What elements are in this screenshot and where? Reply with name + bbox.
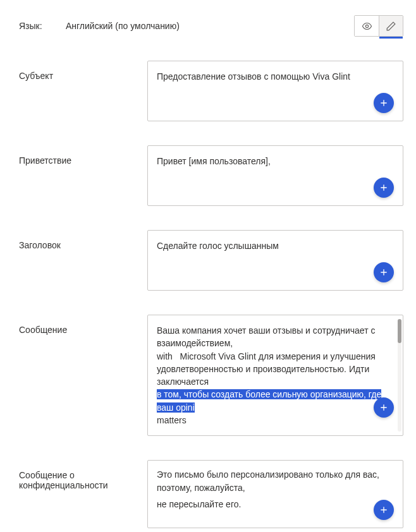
privacy-add-button[interactable] xyxy=(374,500,394,520)
scrollbar-thumb[interactable] xyxy=(398,319,401,343)
greeting-input[interactable]: Привет [имя пользователя], xyxy=(147,145,403,206)
message-label: Сообщение xyxy=(19,315,147,335)
greeting-text: Привет [имя пользователя], xyxy=(157,156,271,166)
language-value[interactable]: Английский (по умолчанию) xyxy=(66,21,180,31)
subject-input[interactable]: Предоставление отзывов с помощью Viva Gl… xyxy=(147,61,403,121)
headline-label: Заголовок xyxy=(19,230,147,250)
message-text: Ваша компания хочет ваши отзывы и сотруд… xyxy=(157,324,391,426)
headline-text: Сделайте голос услышанным xyxy=(157,241,279,251)
plus-icon xyxy=(379,267,389,277)
eye-icon xyxy=(362,21,372,32)
subject-add-button[interactable] xyxy=(374,93,394,113)
plus-icon xyxy=(379,98,389,108)
privacy-text: Это письмо было персонализировано только… xyxy=(157,468,394,511)
language-label: Язык: xyxy=(19,21,66,31)
greeting-label: Приветствие xyxy=(19,145,147,166)
pencil-icon xyxy=(386,21,396,32)
plus-icon xyxy=(379,402,389,413)
preview-mode-button[interactable] xyxy=(355,16,379,36)
headline-add-button[interactable] xyxy=(374,262,394,282)
message-selected-text: в том, чтобы создать более сильную орган… xyxy=(157,389,381,412)
greeting-add-button[interactable] xyxy=(374,178,394,198)
privacy-label: Сообщение о конфиденциальности xyxy=(19,460,147,490)
plus-icon xyxy=(379,505,389,515)
svg-point-0 xyxy=(365,25,368,27)
privacy-input[interactable]: Это письмо было персонализировано только… xyxy=(147,460,403,528)
headline-input[interactable]: Сделайте голос услышанным xyxy=(147,230,403,291)
plus-icon xyxy=(379,183,389,193)
edit-mode-button[interactable] xyxy=(379,16,403,36)
subject-text: Предоставление отзывов с помощью Viva Gl… xyxy=(157,71,350,82)
message-input[interactable]: Ваша компания хочет ваши отзывы и сотруд… xyxy=(147,315,403,436)
subject-label: Субъект xyxy=(19,61,147,81)
mode-toggle xyxy=(354,15,403,37)
